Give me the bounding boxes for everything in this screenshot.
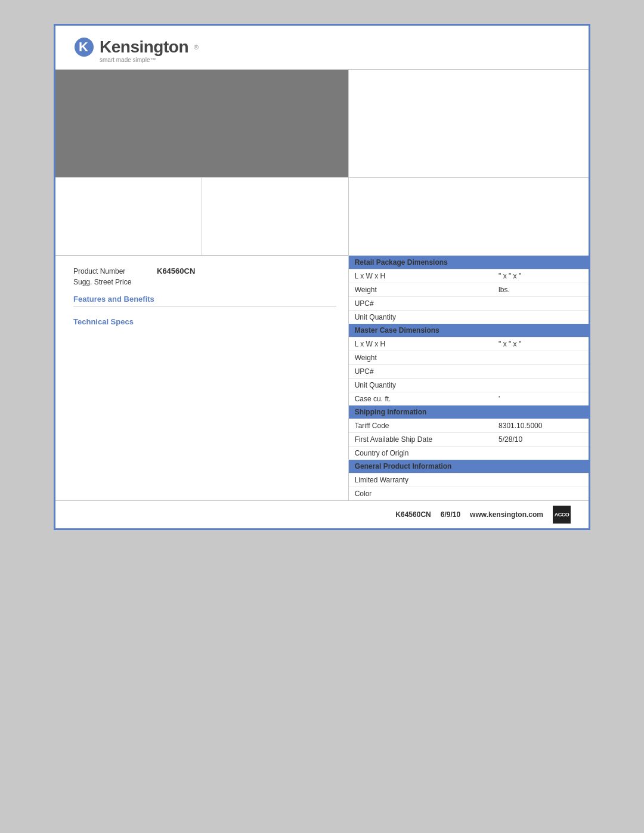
master-weight-value	[493, 351, 589, 365]
logo-text: K Kensington ®	[73, 36, 571, 58]
trademark: ®	[194, 44, 199, 51]
features-divider	[73, 306, 336, 306]
logo-name: Kensington	[100, 38, 188, 57]
warranty-label: Limited Warranty	[349, 473, 493, 487]
product-image-secondary	[349, 70, 589, 177]
acco-badge-text: ACCO	[555, 512, 569, 518]
master-case-title: Master Case Dimensions	[349, 324, 589, 337]
technical-specs-heading: Technical Specs	[73, 317, 336, 326]
product-number-label: Product Number	[73, 267, 139, 275]
general-product-title: General Product Information	[349, 460, 589, 473]
shipping-table: Shipping Information Tariff Code 8301.10…	[349, 405, 589, 460]
retail-package-table: Retail Package Dimensions L x W x H " x …	[349, 256, 589, 324]
general-product-table: General Product Information Limited Warr…	[349, 460, 589, 500]
product-page: K Kensington ® smart made simple™ Produc…	[54, 24, 590, 530]
acco-brand-badge: ACCO	[553, 506, 571, 524]
footer-website: www.kensington.com	[470, 510, 543, 519]
footer-product-code: K64560CN	[395, 510, 431, 519]
retail-unitqty-value	[493, 311, 589, 324]
country-value	[493, 447, 589, 460]
tariff-label: Tariff Code	[349, 419, 493, 433]
retail-lwh-value: " x " x "	[493, 270, 589, 283]
shipping-title: Shipping Information	[349, 405, 589, 419]
main-image-section	[55, 70, 589, 178]
master-casecu-label: Case cu. ft.	[349, 392, 493, 406]
tariff-value: 8301.10.5000	[493, 419, 589, 433]
product-image-sub-left	[55, 178, 202, 255]
header: K Kensington ® smart made simple™	[55, 26, 589, 70]
footer: K64560CN 6/9/10 www.kensington.com ACCO	[55, 500, 589, 528]
street-price-row: Sugg. Street Price	[73, 278, 336, 286]
kensington-icon: K	[73, 36, 95, 58]
table-row: UPC#	[349, 297, 589, 311]
ship-date-label: First Available Ship Date	[349, 433, 493, 447]
table-row: L x W x H " x " x "	[349, 337, 589, 351]
right-column: Retail Package Dimensions L x W x H " x …	[349, 256, 589, 500]
master-lwh-value: " x " x "	[493, 337, 589, 351]
street-price-label: Sugg. Street Price	[73, 278, 139, 286]
master-weight-label: Weight	[349, 351, 493, 365]
table-row: First Available Ship Date 5/28/10	[349, 433, 589, 447]
logo-area: K Kensington ® smart made simple™	[73, 36, 571, 63]
table-row: Unit Quantity	[349, 311, 589, 324]
table-row: Limited Warranty	[349, 473, 589, 487]
features-benefits-heading: Features and Benefits	[73, 295, 336, 304]
master-upc-value	[493, 365, 589, 379]
product-number-row: Product Number K64560CN	[73, 267, 336, 275]
master-unitqty-value	[493, 379, 589, 392]
retail-lwh-label: L x W x H	[349, 270, 493, 283]
product-number-value: K64560CN	[157, 267, 195, 275]
table-row: Weight	[349, 351, 589, 365]
warranty-value	[493, 473, 589, 487]
color-value	[493, 487, 589, 501]
table-row: Tariff Code 8301.10.5000	[349, 419, 589, 433]
svg-text:K: K	[79, 39, 88, 54]
country-label: Country of Origin	[349, 447, 493, 460]
logo-tagline: smart made simple™	[100, 57, 571, 63]
table-row: Unit Quantity	[349, 379, 589, 392]
table-row: Case cu. ft. '	[349, 392, 589, 406]
table-row: Weight lbs.	[349, 283, 589, 297]
sub-image-section	[55, 178, 589, 256]
master-lwh-label: L x W x H	[349, 337, 493, 351]
retail-weight-value: lbs.	[493, 283, 589, 297]
product-image-sub-mid	[202, 178, 349, 255]
left-column: Product Number K64560CN Sugg. Street Pri…	[55, 256, 349, 500]
retail-package-title: Retail Package Dimensions	[349, 256, 589, 270]
content-section: Product Number K64560CN Sugg. Street Pri…	[55, 256, 589, 500]
retail-upc-label: UPC#	[349, 297, 493, 311]
table-row: Color	[349, 487, 589, 501]
ship-date-value: 5/28/10	[493, 433, 589, 447]
table-row: L x W x H " x " x "	[349, 270, 589, 283]
master-case-header-row: Master Case Dimensions	[349, 324, 589, 337]
retail-upc-value	[493, 297, 589, 311]
color-label: Color	[349, 487, 493, 501]
master-upc-label: UPC#	[349, 365, 493, 379]
master-case-table: Master Case Dimensions L x W x H " x " x…	[349, 324, 589, 405]
table-row: Country of Origin	[349, 447, 589, 460]
general-product-header-row: General Product Information	[349, 460, 589, 473]
shipping-header-row: Shipping Information	[349, 405, 589, 419]
master-unitqty-label: Unit Quantity	[349, 379, 493, 392]
footer-date: 6/9/10	[441, 510, 460, 519]
table-row: UPC#	[349, 365, 589, 379]
retail-weight-label: Weight	[349, 283, 493, 297]
master-casecu-value: '	[493, 392, 589, 406]
retail-package-header-row: Retail Package Dimensions	[349, 256, 589, 270]
product-image-sub-right	[349, 178, 589, 255]
product-image-main	[55, 70, 349, 177]
retail-unitqty-label: Unit Quantity	[349, 311, 493, 324]
